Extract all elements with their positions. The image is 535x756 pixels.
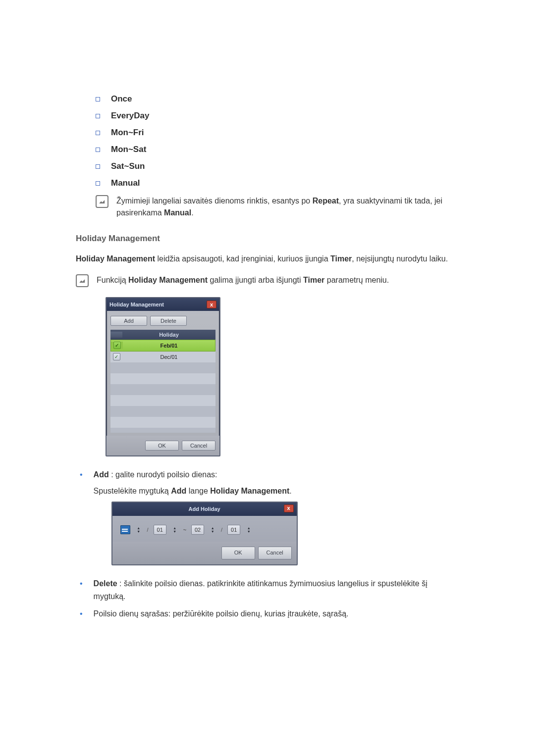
option-sat-sun: Sat~Sun [111, 161, 145, 171]
repeat-options-list: Once EveryDay Mon~Fri Mon~Sat Sat~Sun Ma… [96, 94, 459, 188]
holiday-management-tip: Funkciją Holiday Management galima įjung… [76, 274, 459, 287]
table-row[interactable]: ✓ Feb/01 [110, 340, 215, 352]
spinner-icon[interactable]: ▲▼ [209, 525, 216, 534]
dialog-titlebar[interactable]: Holiday Management x [107, 298, 219, 311]
square-bullet-icon [96, 164, 100, 169]
option-mon-fri: Mon~Fri [111, 128, 144, 138]
note-icon [76, 274, 89, 287]
ok-button[interactable]: OK [145, 441, 179, 451]
close-icon[interactable]: x [207, 301, 216, 308]
holiday-list-text: Poilsio dienų sąrašas: peržiūrėkite poil… [94, 607, 459, 620]
separator-slash: / [147, 526, 149, 535]
table-row[interactable] [110, 406, 215, 417]
repeat-note-text: Žymimieji langeliai savaitės dienoms rin… [116, 195, 459, 219]
table-row[interactable]: ✓ Dec/01 [110, 352, 215, 362]
holiday-table-body: ✓ Feb/01 ✓ Dec/01 [110, 340, 215, 433]
holiday-management-description: Holiday Management leidžia apsisaugoti, … [76, 252, 459, 265]
add-action-line1: Add : galite nurodyti poilsio dienas: [94, 468, 459, 481]
end-day-input[interactable]: 01 [227, 525, 240, 535]
start-day-input[interactable]: 01 [154, 525, 166, 535]
holiday-management-dialog: Holiday Management x Add Delete Holiday … [106, 297, 220, 456]
ok-button[interactable]: OK [221, 547, 255, 559]
table-row[interactable] [110, 373, 215, 384]
delete-button[interactable]: Delete [150, 316, 187, 326]
delete-action-text: Delete : šalinkite poilsio dienas. patik… [94, 577, 459, 603]
bullet-icon: • [80, 577, 83, 603]
holiday-actions-list: • Add : galite nurodyti poilsio dienas: … [76, 468, 459, 620]
add-holiday-dialog: Add Holiday x ▲▼ / 01 ▲▼ ~ 02 ▲▼ / 01 [111, 502, 298, 565]
square-bullet-icon [96, 181, 100, 186]
checkbox-icon[interactable]: ✓ [113, 353, 120, 360]
cancel-button[interactable]: Cancel [182, 441, 215, 451]
option-mon-sat: Mon~Sat [111, 145, 146, 154]
separator-slash: / [221, 526, 222, 535]
option-once: Once [111, 94, 132, 104]
add-button[interactable]: Add [110, 316, 147, 326]
square-bullet-icon [96, 97, 100, 101]
table-row[interactable] [110, 362, 215, 373]
bullet-icon: • [80, 607, 83, 620]
holiday-management-heading: Holiday Management [76, 234, 459, 244]
spinner-icon[interactable]: ▲▼ [245, 525, 252, 534]
calendar-icon [120, 525, 130, 534]
table-row[interactable] [110, 384, 215, 395]
option-everyday: EveryDay [111, 111, 150, 121]
cancel-button[interactable]: Cancel [258, 547, 292, 559]
holiday-cell: Dec/01 [122, 354, 215, 360]
range-tilde-icon: ~ [183, 526, 186, 535]
spinner-icon[interactable]: ▲▼ [135, 525, 142, 534]
checkbox-icon[interactable]: ✓ [113, 342, 121, 349]
add-action-line2: Spustelėkite mygtuką Add lange Holiday M… [94, 485, 459, 498]
square-bullet-icon [96, 114, 100, 118]
option-manual: Manual [111, 178, 140, 188]
dialog-title: Holiday Management [109, 302, 164, 307]
square-bullet-icon [96, 131, 100, 135]
column-holiday: Holiday [122, 332, 215, 338]
dialog-title: Add Holiday [189, 505, 220, 514]
holiday-cell: Feb/01 [123, 343, 215, 349]
repeat-note: Žymimieji langeliai savaitės dienoms rin… [96, 195, 459, 219]
close-icon[interactable]: x [284, 504, 294, 512]
note-icon [96, 195, 108, 208]
table-header: Holiday [110, 330, 215, 340]
spinner-icon[interactable]: ▲▼ [171, 525, 178, 534]
bullet-icon: • [80, 468, 83, 572]
end-month-input[interactable]: 02 [191, 525, 204, 535]
table-row[interactable] [110, 395, 215, 406]
table-row[interactable] [110, 417, 215, 428]
dialog-titlebar[interactable]: Add Holiday x [112, 503, 297, 516]
holiday-management-tip-text: Funkciją Holiday Management galima įjung… [97, 274, 389, 286]
square-bullet-icon [96, 148, 100, 152]
